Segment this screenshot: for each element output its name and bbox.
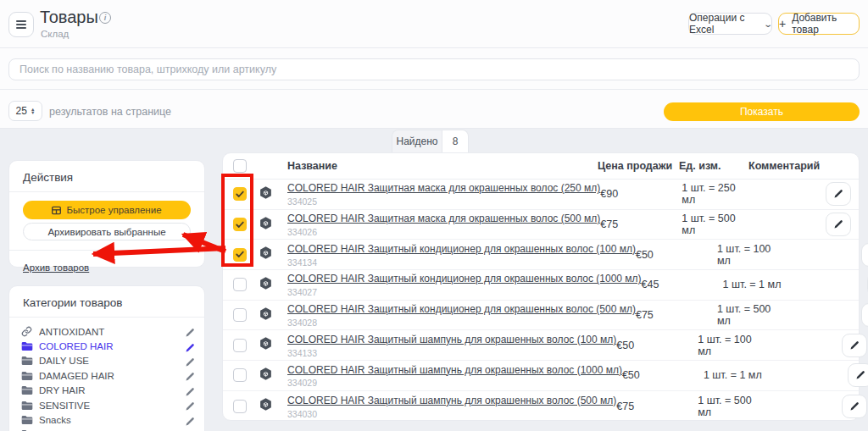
product-name-cell: COLORED HAIR Защитный кондиционер для ок… [287,302,636,328]
package-icon [259,307,287,324]
row-checkbox[interactable] [233,339,247,352]
product-price: €90 [600,188,682,200]
search-input[interactable] [8,58,860,80]
table-row: COLORED HAIR Защитный кондиционер для ок… [223,240,859,270]
quick-management-button[interactable]: Быстрое управление [23,201,191,219]
product-name-cell: COLORED HAIR Защитный шампунь для окраше… [287,394,616,419]
edit-product-button[interactable] [861,303,868,327]
edit-category-pencil-icon[interactable] [185,356,196,367]
actions-panel-title: Действия [9,161,204,192]
link-icon [21,326,33,337]
archive-products-link[interactable]: Архив товаров [23,262,89,273]
product-name-link[interactable]: COLORED HAIR Защитный кондиционер для ок… [287,274,642,285]
product-price: €75 [600,218,682,230]
row-checkbox[interactable] [233,400,247,413]
add-product-button[interactable]: + Добавить товар [778,13,860,35]
edit-product-button[interactable] [842,334,867,357]
product-name-cell: COLORED HAIR Защитная маска для окрашенн… [287,212,600,237]
results-tab-label: Найдено [392,130,442,152]
package-icon [259,246,287,263]
product-unit: 1 шт. = 100 мл [717,243,782,267]
edit-category-pencil-icon[interactable] [185,326,196,337]
category-list: ANTIOXIDANTCOLORED HAIRDAILY USEDAMAGED … [9,318,204,431]
category-item[interactable]: Snacks [21,412,196,427]
plus-icon: + [779,17,786,30]
product-price: €50 [636,249,717,261]
edit-category-pencil-icon[interactable] [185,385,196,396]
edit-category-pencil-icon[interactable] [185,415,196,426]
edit-product-button[interactable] [842,395,867,418]
row-checkbox[interactable] [233,218,247,231]
folder-icon [21,370,33,381]
select-all-checkbox[interactable] [233,159,247,173]
product-name-link[interactable]: COLORED HAIR Защитная маска для окрашенн… [287,213,600,225]
table-row: COLORED HAIR Защитный кондиционер для ок… [223,301,859,331]
col-unit: Ед. изм. [679,160,743,172]
quick-management-label: Быстрое управление [66,205,161,215]
category-item[interactable]: COLORED HAIR [21,339,196,353]
updown-arrows-icon: ▲▼ [31,108,35,115]
product-name-link[interactable]: COLORED HAIR Защитный шампунь для окраше… [287,395,616,407]
categories-panel-title: Категории товаров [9,286,204,318]
edit-product-button[interactable] [848,363,868,387]
category-label: DAMAGED HAIR [39,371,185,381]
excel-operations-button[interactable]: Операции с Excel ⌄ [688,13,772,35]
product-sku: 334134 [287,257,636,268]
excel-operations-label: Операции с Excel [689,12,759,36]
row-checkbox[interactable] [233,308,247,322]
hamburger-menu-button[interactable] [8,12,34,37]
per-page-label: результатов на странице [49,106,171,118]
category-label: Snacks [39,415,185,425]
results-count-badge: 8 [442,130,468,152]
edit-product-button[interactable] [861,243,868,267]
archive-selected-button[interactable]: Архивировать выбранные [23,223,191,240]
page-title: Товары [40,8,98,27]
category-item[interactable]: DAILY USE [21,354,196,368]
category-item[interactable]: DAMAGED HAIR [21,368,196,383]
table-row: COLORED HAIR Защитная маска для окрашенн… [223,210,859,240]
row-checkbox[interactable] [233,368,247,382]
product-name-cell: COLORED HAIR Защитный шампунь для окраше… [287,363,622,389]
table-row: COLORED HAIR Защитный шампунь для окраше… [223,391,859,422]
table-row: COLORED HAIR Защитный шампунь для окраше… [223,330,859,361]
chevron-down-icon: ⌄ [763,19,773,29]
row-checkbox[interactable] [233,278,247,291]
product-name-link[interactable]: COLORED HAIR Защитный шампунь для окраше… [287,334,616,346]
category-item[interactable]: DRY HAIR [21,384,196,398]
product-name-link[interactable]: COLORED HAIR Защитная маска для окрашенн… [287,183,600,195]
results-tab[interactable]: Найдено 8 [392,130,469,152]
category-item[interactable]: SENSITIVE [21,398,196,412]
show-button[interactable]: Показать [664,102,860,121]
edit-category-pencil-icon[interactable] [185,400,196,411]
product-name-link[interactable]: COLORED HAIR Защитный шампунь для окраше… [287,365,622,377]
category-label: DRY HAIR [39,385,185,395]
product-name-link[interactable]: COLORED HAIR Защитный кондиционер для ок… [287,244,636,256]
edit-product-button[interactable] [826,213,851,236]
category-label: ANTIOXIDANT [39,327,185,337]
table-body: COLORED HAIR Защитная маска для окрашенн… [223,180,859,422]
edit-product-button[interactable] [826,182,851,206]
product-name-link[interactable]: COLORED HAIR Защитный кондиционер для ок… [287,304,636,316]
product-sku: 334026 [287,227,600,237]
add-product-label: Добавить товар [792,12,859,36]
product-unit: 1 шт. = 1 мл [723,279,787,290]
table-row: COLORED HAIR Защитный кондиционер для ок… [223,270,859,301]
products-table: Название Цена продажи Ед. изм. Комментар… [222,152,860,421]
product-sku: 334030 [287,409,616,419]
row-checkbox[interactable] [233,187,247,201]
product-price: €75 [616,401,698,412]
edit-category-pencil-icon[interactable] [185,370,196,381]
info-icon[interactable]: i [99,12,111,24]
table-row: COLORED HAIR Защитный шампунь для окраше… [223,361,859,391]
category-item[interactable] [21,428,196,431]
edit-category-pencil-icon[interactable] [185,341,196,352]
per-page-select[interactable]: 25 ▲▼ [8,101,42,121]
folder-icon [21,356,33,367]
row-checkbox[interactable] [233,248,247,262]
product-name-cell: COLORED HAIR Защитный кондиционер для ок… [287,242,636,268]
product-name-cell: COLORED HAIR Защитная маска для окрашенн… [287,181,600,207]
actions-panel: Действия Быстрое управление Архивировать… [8,160,205,268]
product-name-cell: COLORED HAIR Защитный кондиционер для ок… [287,272,642,297]
folder-icon [21,385,33,396]
category-item[interactable]: ANTIOXIDANT [21,324,196,339]
